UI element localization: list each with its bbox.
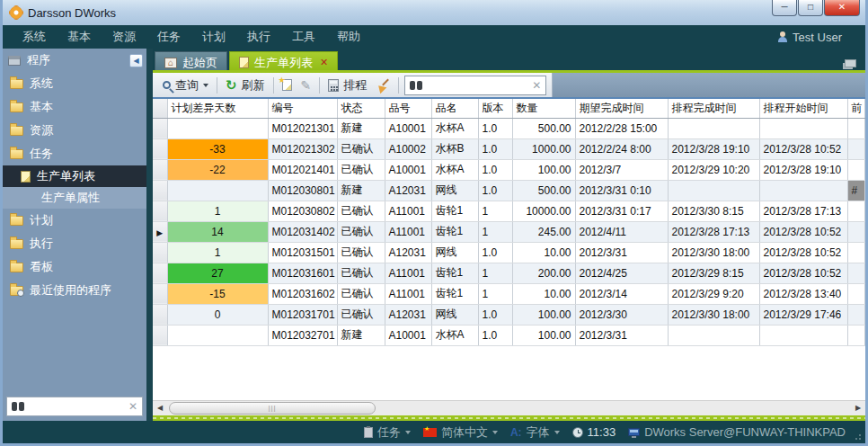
cell-status[interactable]: 已确认 <box>337 263 385 283</box>
tab-close-icon[interactable]: ✕ <box>320 57 328 68</box>
cell-diff[interactable] <box>167 118 268 138</box>
cell-start[interactable]: 2012/3/28 10:52 <box>759 138 847 159</box>
table-row[interactable]: 1M012031501已确认A12031网线1.010.002012/3/312… <box>153 242 864 263</box>
table-row[interactable]: M012021301新建A10001水杯A1.0500.002012/2/28 … <box>153 118 864 138</box>
cell-item[interactable]: A10001 <box>385 159 431 180</box>
cell-qty[interactable]: 10.00 <box>512 242 575 263</box>
column-header[interactable]: 计划差异天数 <box>167 99 268 118</box>
cell-no[interactable]: M012032701 <box>268 325 337 345</box>
cell-ver[interactable]: 1 <box>478 221 512 242</box>
sidebar-item[interactable]: 资源 <box>3 119 146 142</box>
cell-last[interactable] <box>847 201 864 221</box>
cell-ver[interactable]: 1 <box>478 283 512 304</box>
cell-diff[interactable]: -15 <box>167 283 268 304</box>
sidebar-collapse-button[interactable]: ◀ <box>129 54 143 67</box>
cell-diff[interactable]: -22 <box>167 159 268 180</box>
cell-ver[interactable]: 1.0 <box>478 118 512 138</box>
cell-diff[interactable] <box>167 180 268 201</box>
cell-status[interactable]: 已确认 <box>337 283 385 304</box>
close-button[interactable]: ✕ <box>824 0 860 16</box>
cell-ver[interactable]: 1.0 <box>478 138 512 159</box>
column-header[interactable]: 排程完成时间 <box>668 99 759 118</box>
cell-ver[interactable]: 1.0 <box>478 304 512 325</box>
row-selector[interactable] <box>153 242 167 263</box>
cell-item[interactable]: A11001 <box>385 263 431 283</box>
cell-status[interactable]: 已确认 <box>337 159 385 180</box>
cell-start[interactable]: 2012/3/28 13:40 <box>759 283 847 304</box>
sidebar-item[interactable]: 生产单列表 <box>3 165 146 187</box>
cell-qty[interactable]: 100.00 <box>512 304 575 325</box>
cell-diff[interactable]: 14 <box>167 221 268 242</box>
cell-expect[interactable]: 2012/4/25 <box>575 263 668 283</box>
menu-item[interactable]: 计划 <box>191 30 236 43</box>
cell-ver[interactable]: 1 <box>478 263 512 283</box>
cell-start[interactable] <box>759 325 847 345</box>
cell-status[interactable]: 已确认 <box>337 242 385 263</box>
row-selector[interactable] <box>153 304 167 325</box>
cell-ver[interactable]: 1.0 <box>478 159 512 180</box>
cell-end[interactable]: 2012/3/28 19:10 <box>668 138 759 159</box>
cell-expect[interactable]: 2012/3/31 0:17 <box>575 201 668 221</box>
sidebar-item[interactable]: 执行 <box>3 232 146 255</box>
cell-end[interactable]: 2012/3/28 17:13 <box>668 221 759 242</box>
column-header[interactable]: 排程开始时间 <box>759 99 847 118</box>
cell-last[interactable] <box>847 304 864 325</box>
cell-name[interactable]: 水杯A <box>431 118 478 138</box>
query-dropdown-icon[interactable] <box>203 84 208 87</box>
row-selector[interactable] <box>153 159 167 180</box>
table-row[interactable]: -22M012021401已确认A10001水杯A1.0100.002012/3… <box>153 159 864 180</box>
cell-qty[interactable]: 200.00 <box>512 263 575 283</box>
cell-item[interactable]: A11001 <box>385 221 431 242</box>
cell-start[interactable]: 2012/3/28 10:52 <box>759 263 847 283</box>
cell-end[interactable] <box>668 118 759 138</box>
cell-last[interactable] <box>847 263 864 283</box>
cell-end[interactable]: 2012/3/30 18:00 <box>668 304 759 325</box>
sidebar-item[interactable]: 最近使用的程序 <box>3 279 146 302</box>
cell-status[interactable]: 已确认 <box>337 221 385 242</box>
cell-start[interactable] <box>759 118 847 138</box>
cell-status[interactable]: 新建 <box>337 325 385 345</box>
cell-no[interactable]: M012031501 <box>268 242 337 263</box>
clean-button[interactable] <box>371 76 394 95</box>
cell-name[interactable]: 水杯A <box>431 325 478 345</box>
cell-expect[interactable]: 2012/3/31 <box>575 242 668 263</box>
sidebar-search-box[interactable]: ✕ <box>6 397 143 416</box>
cell-item[interactable]: A11001 <box>385 283 431 304</box>
cell-status[interactable]: 已确认 <box>337 304 385 325</box>
cell-status[interactable]: 新建 <box>337 118 385 138</box>
sidebar-item[interactable]: 生产单属性 <box>3 187 146 209</box>
cell-status[interactable]: 新建 <box>337 180 385 201</box>
table-row[interactable]: -33M012021302已确认A10002水杯B1.01000.002012/… <box>153 138 864 159</box>
cascade-windows-icon[interactable] <box>845 59 856 67</box>
column-header[interactable]: 数量 <box>512 99 575 118</box>
cell-name[interactable]: 齿轮1 <box>431 283 478 304</box>
cell-diff[interactable]: -33 <box>167 138 268 159</box>
cell-end[interactable]: 2012/3/29 10:20 <box>668 159 759 180</box>
column-header[interactable]: 前 <box>847 99 864 118</box>
cell-end[interactable]: 2012/3/30 18:00 <box>668 242 759 263</box>
menu-item[interactable]: 执行 <box>236 30 281 43</box>
cell-last[interactable] <box>847 138 864 159</box>
cell-no[interactable]: M012021401 <box>268 159 337 180</box>
cell-end[interactable]: 2012/3/29 8:15 <box>668 263 759 283</box>
cell-expect[interactable]: 2012/3/31 <box>575 325 668 345</box>
cell-expect[interactable]: 2012/3/30 <box>575 304 668 325</box>
cell-qty[interactable]: 100.00 <box>512 325 575 345</box>
cell-no[interactable]: M012031701 <box>268 304 337 325</box>
cell-qty[interactable]: 100.00 <box>512 159 575 180</box>
menu-item[interactable]: 任务 <box>146 30 191 43</box>
cell-expect[interactable]: 2012/3/14 <box>575 283 668 304</box>
cell-last[interactable] <box>847 283 864 304</box>
horizontal-scrollbar[interactable]: ◀ ||| ▶ <box>153 400 865 415</box>
query-button[interactable]: 查询 <box>158 76 213 95</box>
cell-no[interactable]: M012031602 <box>268 283 337 304</box>
column-header[interactable]: 品名 <box>431 99 478 118</box>
cell-qty[interactable]: 500.00 <box>512 118 575 138</box>
row-selector[interactable] <box>153 325 167 345</box>
cell-expect[interactable]: 2012/2/28 15:00 <box>575 118 668 138</box>
resize-grip[interactable] <box>855 433 862 441</box>
table-row[interactable]: M012030801新建A12031网线1.0500.002012/3/31 0… <box>153 180 864 201</box>
cell-name[interactable]: 网线 <box>431 180 478 201</box>
row-selector[interactable] <box>153 283 167 304</box>
cell-no[interactable]: M012021301 <box>268 118 337 138</box>
